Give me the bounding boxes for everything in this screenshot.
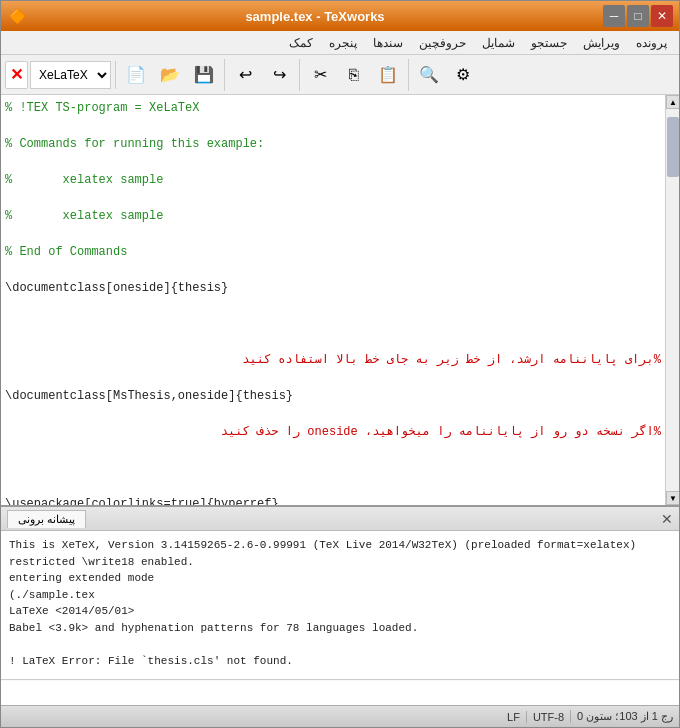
undo-button[interactable]: ↩	[229, 59, 261, 91]
editor-area: % !TEX TS-program = XeLaTeX % Commands f…	[1, 95, 679, 505]
console-panel: پیشانه برونی ✕ This is XeTeX, Version 3.…	[1, 505, 679, 705]
file-group: 📄 📂 💾	[120, 59, 225, 91]
title-bar: 🔶 sample.tex - TeXworks ─ □ ✕	[1, 1, 679, 31]
minimize-button[interactable]: ─	[603, 5, 625, 27]
menu-scripts[interactable]: سندها	[365, 34, 411, 52]
menu-bar: پرونده ویرایش جستجو شمایل حروفچین سندها …	[1, 31, 679, 55]
console-output: This is XeTeX, Version 3.14159265-2.6-0.…	[1, 531, 679, 679]
redo-button[interactable]: ↪	[263, 59, 295, 91]
run-button[interactable]: ✕	[5, 61, 28, 89]
status-bar: LF UTF-8 رج 1 از 103؛ ستون 0	[1, 705, 679, 727]
menu-file[interactable]: پرونده	[628, 34, 675, 52]
status-line-ending: LF	[501, 711, 520, 723]
console-tab[interactable]: پیشانه برونی	[7, 510, 86, 528]
menu-format[interactable]: شمایل	[474, 34, 523, 52]
close-button[interactable]: ✕	[651, 5, 673, 27]
console-close-button[interactable]: ✕	[661, 511, 673, 527]
clipboard-group: ✂ ⎘ 📋	[304, 59, 409, 91]
menu-window[interactable]: پنجره	[321, 34, 365, 52]
scroll-thumb[interactable]	[667, 117, 679, 177]
save-file-button[interactable]: 💾	[188, 59, 220, 91]
menu-edit[interactable]: ویرایش	[575, 34, 628, 52]
settings-button[interactable]: ⚙	[447, 59, 479, 91]
new-file-button[interactable]: 📄	[120, 59, 152, 91]
cut-button[interactable]: ✂	[304, 59, 336, 91]
scroll-up-arrow[interactable]: ▲	[666, 95, 679, 109]
scroll-down-arrow[interactable]: ▼	[666, 491, 679, 505]
scroll-track	[666, 109, 679, 491]
copy-button[interactable]: ⎘	[338, 59, 370, 91]
compile-group: ✕ XeLaTeX pdfLaTeX LaTeX	[5, 61, 116, 89]
app-icon: 🔶	[7, 6, 27, 26]
menu-typeset[interactable]: حروفچین	[411, 34, 474, 52]
window-title: sample.tex - TeXworks	[27, 9, 603, 24]
console-header: پیشانه برونی ✕	[1, 507, 679, 531]
editor-scrollbar[interactable]: ▲ ▼	[665, 95, 679, 505]
main-window: 🔶 sample.tex - TeXworks ─ □ ✕ پرونده ویر…	[0, 0, 680, 728]
toolbar: ✕ XeLaTeX pdfLaTeX LaTeX 📄 📂 💾 ↩ ↪ ✂ ⎘ 📋…	[1, 55, 679, 95]
menu-search[interactable]: جستجو	[523, 34, 575, 52]
find-group: 🔍 ⚙	[413, 59, 483, 91]
find-button[interactable]: 🔍	[413, 59, 445, 91]
open-file-button[interactable]: 📂	[154, 59, 186, 91]
maximize-button[interactable]: □	[627, 5, 649, 27]
status-encoding: UTF-8	[526, 711, 564, 723]
paste-button[interactable]: 📋	[372, 59, 404, 91]
console-input[interactable]	[1, 681, 679, 705]
console-input-row	[1, 679, 679, 705]
window-controls: ─ □ ✕	[603, 5, 673, 27]
status-line-col: رج 1 از 103؛ ستون 0	[570, 710, 673, 723]
stop-icon: ✕	[10, 65, 23, 84]
menu-help[interactable]: کمک	[281, 34, 321, 52]
edit-group: ↩ ↪	[229, 59, 300, 91]
code-editor[interactable]: % !TEX TS-program = XeLaTeX % Commands f…	[1, 95, 665, 505]
engine-select[interactable]: XeLaTeX pdfLaTeX LaTeX	[30, 61, 111, 89]
